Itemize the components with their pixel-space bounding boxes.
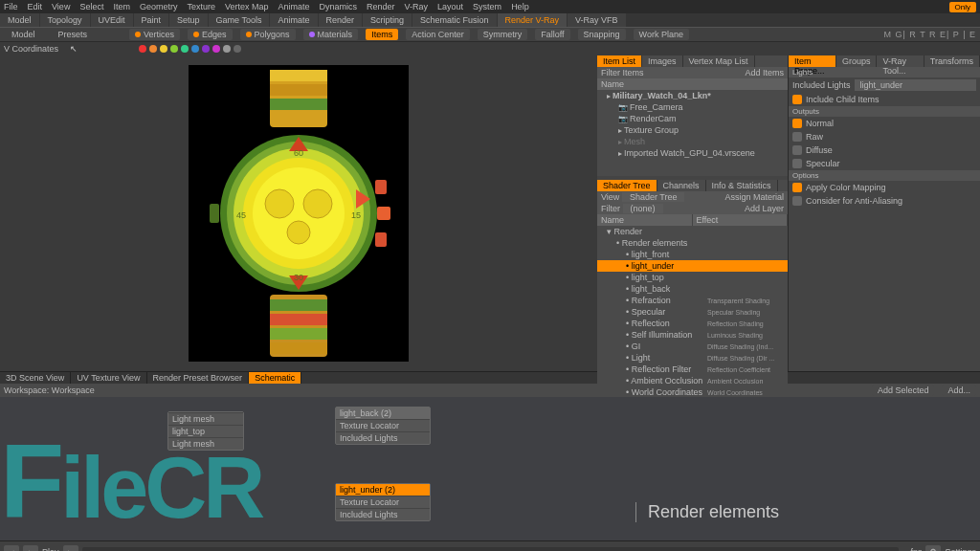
snapping[interactable]: Snapping bbox=[578, 29, 626, 40]
tab-gametools[interactable]: Game Tools bbox=[209, 13, 270, 27]
mode-items[interactable]: Items bbox=[366, 29, 398, 40]
checkbox-normal[interactable] bbox=[792, 119, 802, 128]
workplane[interactable]: Work Plane bbox=[634, 29, 689, 40]
tab-uvedit[interactable]: UVEdit bbox=[91, 13, 133, 27]
item-row[interactable]: ▸ Mesh bbox=[597, 136, 788, 147]
item-row[interactable]: 📷 RenderCam bbox=[597, 113, 788, 124]
tab-vmaplist[interactable]: Vertex Map List bbox=[683, 55, 755, 67]
menu-render[interactable]: Render bbox=[367, 2, 395, 11]
menu-layout[interactable]: Layout bbox=[437, 2, 463, 11]
checkbox-raw[interactable] bbox=[792, 132, 802, 142]
shader-row[interactable]: • Self IlluminationLuminous Shading bbox=[597, 329, 788, 341]
shader-row[interactable]: • GIDiffuse Shading (Ind... bbox=[597, 341, 788, 352]
tab-model[interactable]: Model bbox=[0, 13, 39, 27]
menu-dynamics[interactable]: Dynamics bbox=[320, 2, 358, 11]
add-selected-btn[interactable]: Add Selected bbox=[872, 385, 935, 396]
assign-material-btn[interactable]: Assign Material bbox=[724, 192, 784, 202]
add-items-btn[interactable]: Add Items bbox=[745, 68, 784, 77]
checkbox-antialiasing[interactable] bbox=[792, 196, 802, 206]
color-dot-5[interactable] bbox=[181, 45, 189, 53]
shader-row[interactable]: • ReflectionReflection Shading bbox=[597, 318, 788, 329]
node-2[interactable]: light_back (2) Texture Locator Included … bbox=[335, 407, 431, 445]
tab-vray-vfb[interactable]: V-Ray VFB bbox=[568, 13, 626, 27]
symmetry[interactable]: Symmetry bbox=[478, 29, 528, 40]
add-layer-btn[interactable]: Add Layer bbox=[745, 204, 784, 213]
color-dot-2[interactable] bbox=[149, 45, 157, 53]
workspace-label[interactable]: Workspace: Workspace bbox=[4, 386, 95, 395]
checkbox-colormapping[interactable] bbox=[792, 183, 802, 192]
shader-row[interactable]: • light_under bbox=[597, 260, 788, 272]
cursor-icon[interactable]: ↖ bbox=[70, 44, 78, 54]
item-row[interactable]: 📷 Free_Camera bbox=[597, 101, 788, 113]
tab-topology[interactable]: Topology bbox=[40, 13, 90, 27]
prop-specular[interactable]: Specular bbox=[789, 157, 980, 170]
tab-render-vray[interactable]: Render V-Ray bbox=[498, 13, 568, 27]
only-badge[interactable]: Only bbox=[949, 2, 976, 12]
shader-row[interactable]: • LightDiffuse Shading (Dir ... bbox=[597, 352, 788, 364]
shader-row[interactable]: • Ambient OcclusionAmbient Occlusion bbox=[597, 375, 788, 386]
mode-polygons[interactable]: Polygons bbox=[240, 29, 296, 40]
section-outputs[interactable]: Outputs bbox=[789, 106, 980, 117]
shader-row[interactable]: • Render elements bbox=[597, 237, 788, 249]
checkbox-include-child[interactable] bbox=[792, 95, 802, 104]
prop-raw[interactable]: Raw bbox=[789, 130, 980, 143]
viewport[interactable]: 60 15 30 45 bbox=[0, 55, 597, 371]
checkbox-specular[interactable] bbox=[792, 159, 802, 168]
menu-texture[interactable]: Texture bbox=[187, 2, 215, 11]
tab-channels[interactable]: Channels bbox=[657, 180, 706, 191]
m-buttons[interactable]: M G| R T R E| P | E bbox=[883, 30, 976, 39]
menu-file[interactable]: File bbox=[4, 2, 18, 11]
color-dot-3[interactable] bbox=[160, 45, 167, 53]
filter-items-label[interactable]: Filter Items bbox=[601, 68, 644, 77]
tab-info[interactable]: Info & Statistics bbox=[706, 180, 778, 191]
menu-view[interactable]: View bbox=[52, 2, 70, 11]
tab-animate[interactable]: Animate bbox=[270, 13, 317, 27]
tab-images[interactable]: Images bbox=[642, 55, 683, 67]
shader-row[interactable]: • SpecularSpecular Shading bbox=[597, 306, 788, 318]
mode-materials[interactable]: Materials bbox=[303, 29, 359, 40]
item-row[interactable]: ▸ Military_Watch_04_Lkn* bbox=[597, 90, 788, 101]
color-dot-9[interactable] bbox=[223, 45, 231, 53]
subtab-presets[interactable]: Presets bbox=[51, 28, 96, 41]
menu-help[interactable]: Help bbox=[511, 2, 529, 11]
prop-include-child[interactable]: Include Child Items bbox=[789, 93, 980, 106]
action-center[interactable]: Action Center bbox=[406, 29, 470, 40]
color-dot-1[interactable] bbox=[139, 45, 146, 53]
included-lights-value[interactable]: light_under bbox=[855, 79, 976, 91]
tab-groups[interactable]: Groups bbox=[836, 55, 878, 67]
btab-uvtex[interactable]: UV Texture View bbox=[71, 372, 146, 384]
menu-system[interactable]: System bbox=[473, 2, 501, 11]
tab-scripting[interactable]: Scripting bbox=[363, 13, 412, 27]
menu-vertexmap[interactable]: Vertex Map bbox=[225, 2, 269, 11]
settings-btn[interactable]: ⚙ bbox=[925, 545, 941, 552]
subtab-model[interactable]: Model bbox=[4, 28, 43, 41]
mode-edges[interactable]: Edges bbox=[188, 29, 233, 40]
tab-schematic-fusion[interactable]: Schematic Fusion bbox=[412, 13, 497, 27]
node-3[interactable]: light_under (2) Texture Locator Included… bbox=[335, 483, 431, 521]
btab-renderpreset[interactable]: Render Preset Browser bbox=[147, 372, 250, 384]
shader-row[interactable]: • light_front bbox=[597, 249, 788, 260]
shader-row[interactable]: • light_back bbox=[597, 283, 788, 295]
color-dot-8[interactable] bbox=[212, 45, 220, 53]
color-dot-4[interactable] bbox=[170, 45, 178, 53]
menu-geometry[interactable]: Geometry bbox=[140, 2, 178, 11]
prop-normal[interactable]: Normal bbox=[789, 117, 980, 130]
tab-transforms[interactable]: Transforms bbox=[924, 55, 980, 67]
item-row[interactable]: ▸ Imported Watch_GPU_04.vrscene bbox=[597, 147, 788, 159]
btab-3dscene[interactable]: 3D Scene View bbox=[0, 372, 71, 384]
tab-itemlist[interactable]: Item List bbox=[597, 55, 642, 67]
color-dot-7[interactable] bbox=[202, 45, 210, 53]
prop-diffuse[interactable]: Diffuse bbox=[789, 143, 980, 157]
mode-vertices[interactable]: Vertices bbox=[129, 29, 180, 40]
btab-schematic[interactable]: Schematic bbox=[249, 372, 301, 384]
shader-row[interactable]: • Reflection FilterReflection Coefficien… bbox=[597, 364, 788, 375]
tab-vraytool[interactable]: V-Ray Tool... bbox=[877, 55, 924, 67]
menu-edit[interactable]: Edit bbox=[28, 2, 43, 11]
tab-setup[interactable]: Setup bbox=[169, 13, 208, 27]
color-dot-10[interactable] bbox=[234, 45, 241, 53]
section-options[interactable]: Options bbox=[789, 170, 980, 181]
shader-row[interactable]: • light_top bbox=[597, 272, 788, 283]
shader-row[interactable]: • RefractionTransparent Shading bbox=[597, 295, 788, 306]
prop-antialiasing[interactable]: Consider for Anti-Aliasing bbox=[789, 194, 980, 208]
timeline-track[interactable] bbox=[82, 547, 899, 552]
